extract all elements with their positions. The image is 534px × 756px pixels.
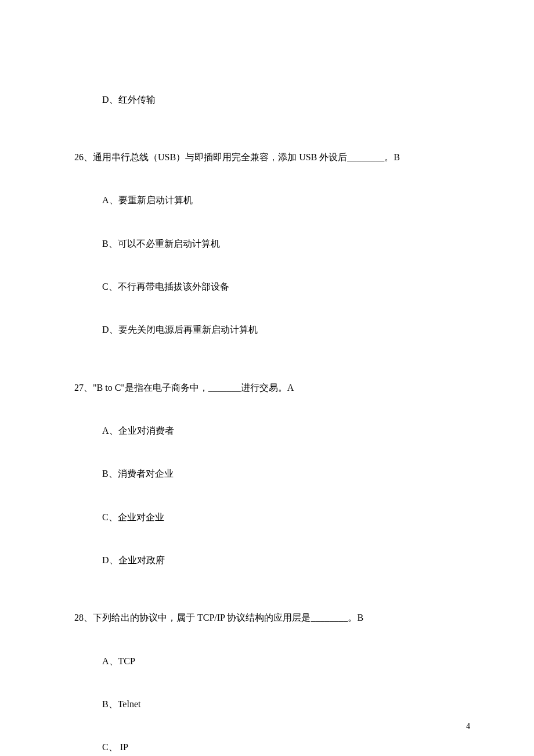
q27-option-b: B、消费者对企业: [74, 467, 482, 481]
q26-pre: 通用串行总线（USB）与即插即用完全兼容，添加 USB 外设后: [93, 152, 347, 162]
page-number: 4: [466, 720, 470, 733]
q27-option-c: C、企业对企业: [74, 510, 482, 525]
q26-num: 26、: [74, 152, 93, 162]
q27-option-a: A、企业对消费者: [74, 424, 482, 438]
q27-stem: 27、"B to C"是指在电子商务中，_______进行交易。A: [74, 381, 482, 395]
q27-post: 进行交易。A: [241, 383, 294, 393]
q28-option-a: A、TCP: [74, 654, 482, 669]
q26-option-c: C、不行再带电插拔该外部设备: [74, 280, 482, 294]
q27-blank: _______: [208, 383, 241, 393]
q26-option-a: A、要重新启动计算机: [74, 193, 482, 208]
q28-post: 。B: [348, 613, 363, 622]
q26-option-b: B、可以不必重新启动计算机: [74, 237, 482, 251]
q26-option-d: D、要先关闭电源后再重新启动计算机: [74, 323, 482, 337]
q27-num: 27、: [74, 383, 93, 393]
q28-stem: 28、下列给出的协议中，属于 TCP/IP 协议结构的应用层是________。…: [74, 611, 482, 625]
q28-option-c: C、 IP: [74, 740, 482, 755]
q25-option-d: D、红外传输: [74, 93, 482, 107]
q28-num: 28、: [74, 613, 93, 622]
document-content: D、红外传输 26、通用串行总线（USB）与即插即用完全兼容，添加 USB 外设…: [74, 64, 482, 756]
q28-blank: ________: [311, 613, 348, 622]
q26-stem: 26、通用串行总线（USB）与即插即用完全兼容，添加 USB 外设后______…: [74, 150, 482, 165]
q26-post: 。B: [384, 152, 400, 162]
q28-pre: 下列给出的协议中，属于 TCP/IP 协议结构的应用层是: [93, 613, 311, 622]
q27-option-d: D、企业对政府: [74, 553, 482, 568]
q27-pre: "B to C"是指在电子商务中，: [93, 383, 208, 393]
q28-option-b: B、Telnet: [74, 697, 482, 712]
q26-blank: ________: [347, 152, 384, 162]
document-page: D、红外传输 26、通用串行总线（USB）与即插即用完全兼容，添加 USB 外设…: [0, 0, 534, 756]
